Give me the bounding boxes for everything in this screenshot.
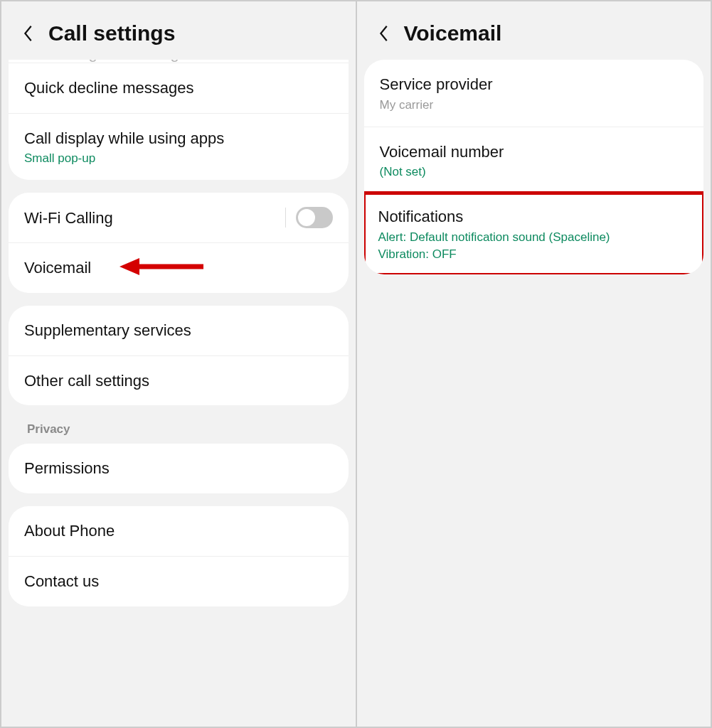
row-label: Wi-Fi Calling <box>24 208 113 229</box>
row-notifications[interactable]: Notifications Alert: Default notificatio… <box>364 191 704 274</box>
appbar: Voicemail <box>357 1 711 60</box>
row-label: Voicemail number <box>380 141 689 163</box>
row-contact-us[interactable]: Contact us <box>9 556 349 606</box>
row-label: Supplementary services <box>24 320 333 341</box>
card-calling: Wi-Fi Calling Voicemail <box>9 193 349 293</box>
content: Service provider My carrier Voicemail nu… <box>357 60 711 301</box>
row-quick-decline[interactable]: Quick decline messages <box>9 63 349 113</box>
row-permissions[interactable]: Permissions <box>9 444 349 493</box>
row-subtitle: Small pop-up <box>24 151 333 166</box>
row-label: Voicemail <box>24 257 333 279</box>
row-supplementary[interactable]: Supplementary services <box>9 306 349 355</box>
row-other-call[interactable]: Other call settings <box>9 355 349 406</box>
card-voicemail-settings: Service provider My carrier Voicemail nu… <box>364 60 704 274</box>
page-title: Voicemail <box>404 21 502 46</box>
row-label: About Phone <box>24 520 333 542</box>
row-label: Service provider <box>380 74 689 95</box>
toggle-group <box>285 207 333 228</box>
appbar: Call settings <box>1 1 356 60</box>
pane-call-settings: Call settings Answering and ending calls… <box>1 1 356 727</box>
wifi-calling-switch[interactable] <box>296 207 333 228</box>
row-subtitle-1: Alert: Default notification sound (Space… <box>378 230 690 245</box>
row-voicemail-number[interactable]: Voicemail number (Not set) <box>364 127 704 194</box>
row-label: Permissions <box>24 458 333 479</box>
card-privacy: Permissions <box>9 444 349 493</box>
row-call-display[interactable]: Call display while using apps Small pop-… <box>9 113 349 181</box>
section-header-privacy: Privacy <box>9 418 349 444</box>
row-label: Quick decline messages <box>24 77 333 99</box>
back-icon[interactable] <box>377 26 391 41</box>
pane-voicemail: Voicemail Service provider My carrier Vo… <box>357 1 711 727</box>
row-wifi-calling[interactable]: Wi-Fi Calling <box>9 193 349 242</box>
card-services: Supplementary services Other call settin… <box>9 306 349 405</box>
row-label: Notifications <box>378 206 690 228</box>
content: Answering and ending calls Quick decline… <box>1 60 356 633</box>
row-subtitle-2: Vibration: OFF <box>378 247 690 262</box>
row-subtitle: (Not set) <box>380 165 689 179</box>
row-voicemail[interactable]: Voicemail <box>9 242 349 293</box>
card-about: About Phone Contact us <box>9 506 349 606</box>
card-truncated: Answering and ending calls Quick decline… <box>9 60 349 180</box>
row-subtitle: My carrier <box>380 98 689 112</box>
row-service-provider[interactable]: Service provider My carrier <box>364 60 704 127</box>
row-label: Contact us <box>24 571 333 592</box>
back-icon[interactable] <box>21 26 36 41</box>
separator <box>285 208 286 228</box>
page-title: Call settings <box>48 21 175 46</box>
row-about-phone[interactable]: About Phone <box>9 506 349 556</box>
row-label: Other call settings <box>24 370 333 392</box>
row-label: Call display while using apps <box>24 128 333 149</box>
